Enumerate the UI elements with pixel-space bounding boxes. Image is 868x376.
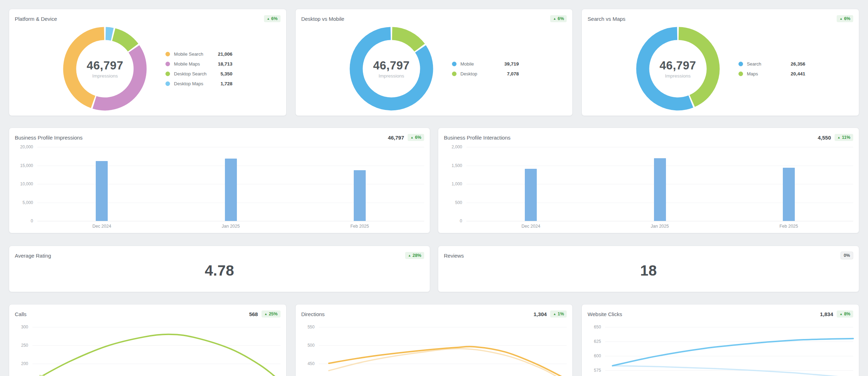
card-header: Platform & Device ▲ 6%: [15, 15, 281, 23]
bar-feb-2025: [783, 168, 795, 221]
legend-label: Desktop: [460, 71, 500, 76]
y-axis-label: 2,000: [444, 144, 462, 149]
line-series-current-period: [40, 334, 281, 376]
legend-item: Mobile39,719: [452, 61, 519, 67]
legend-value: 18,713: [217, 61, 232, 67]
card-header-right: 568 ▲ 25%: [249, 310, 281, 318]
legend-value: 26,356: [790, 61, 805, 67]
donut-segment-search: [643, 33, 691, 104]
trend-badge: ▲ 6%: [837, 15, 853, 22]
card-header: Search vs Maps ▲ 6%: [587, 15, 853, 23]
card-title: Business Profile Interactions: [444, 135, 510, 141]
trend-badge: ▲ 8%: [837, 310, 853, 318]
card-header: Calls 568 ▲ 25%: [15, 310, 281, 318]
bar-jan-2025: [225, 159, 237, 221]
desktop-vs-mobile-donut-chart: 46,797 Impressions: [349, 26, 434, 111]
x-axis-label: Feb 2025: [350, 224, 369, 229]
donut-legend: Mobile Search21,006Mobile Maps18,713Desk…: [165, 51, 232, 87]
bar-dec-2024: [96, 161, 108, 221]
line-chart-svg: [32, 327, 281, 376]
legend-dot: [738, 62, 743, 66]
x-axis-label: Dec 2024: [521, 224, 540, 229]
line-chart-svg: [319, 327, 567, 376]
card-title: Reviews: [444, 253, 464, 259]
bar-chart-row: Business Profile Impressions 46,797 ▲ 6%…: [9, 128, 859, 233]
donut-legend: Mobile39,719Desktop7,078: [452, 61, 519, 77]
legend-value: 7,078: [504, 71, 519, 76]
badge-percent: 11%: [842, 135, 850, 140]
card-title: Business Profile Impressions: [15, 135, 83, 141]
trend-badge: ▲ 1%: [550, 310, 567, 318]
up-arrow-icon: ▲: [553, 17, 556, 20]
y-axis-label: 300: [15, 325, 28, 329]
badge-percent: 8%: [844, 312, 850, 316]
y-axis-label: 200: [15, 361, 28, 366]
y-axis-label: 600: [587, 353, 601, 358]
card-header-right: 1,304 ▲ 1%: [534, 310, 567, 318]
card-title: Platform & Device: [15, 16, 57, 22]
card-header: Business Profile Interactions 4,550 ▲ 11…: [444, 134, 853, 141]
y-axis-label: 650: [587, 325, 601, 329]
trend-badge: ▲ 6%: [264, 15, 281, 22]
legend-item: Desktop Search5,350: [165, 70, 232, 77]
card-header: Website Clicks 1,834 ▲ 8%: [587, 310, 853, 318]
card-title: Average Rating: [15, 253, 51, 259]
legend-dot: [738, 72, 743, 76]
calls-card: Calls 568 ▲ 25% 300250200: [9, 304, 287, 376]
up-arrow-icon: ▲: [837, 136, 841, 139]
gridline: [37, 221, 424, 221]
donut-row: Platform & Device ▲ 6% 46,797 Impression…: [9, 9, 859, 116]
card-title: Directions: [301, 311, 325, 317]
legend-value: 5,350: [217, 71, 232, 76]
up-arrow-icon: ▲: [410, 136, 414, 139]
legend-label: Search: [747, 61, 786, 67]
impressions-card: Business Profile Impressions 46,797 ▲ 6%…: [9, 128, 430, 233]
average-rating-card: Average Rating ▲ 28% 4.78: [9, 246, 430, 292]
legend-label: Mobile: [460, 61, 500, 67]
metric-value: 46,797: [388, 135, 404, 141]
card-header: Average Rating ▲ 28%: [15, 252, 424, 259]
trend-badge: ▲ 28%: [405, 252, 424, 259]
up-arrow-icon: ▲: [553, 313, 556, 316]
y-axis-label: 500: [301, 343, 315, 348]
x-axis-label: Jan 2025: [222, 224, 240, 229]
metric-value: 4,550: [818, 135, 831, 141]
y-axis-label: 15,000: [15, 163, 33, 168]
x-axis-label: Dec 2024: [92, 224, 111, 229]
y-axis-label: 1,500: [444, 163, 462, 168]
card-title: Search vs Maps: [587, 16, 625, 22]
line-chart-row: Calls 568 ▲ 25% 300250200 Directions 1,3…: [9, 304, 859, 376]
legend-label: Desktop Maps: [174, 81, 213, 86]
metric-value: 1,304: [534, 311, 547, 317]
card-header-right: 4,550 ▲ 11%: [818, 134, 853, 141]
up-arrow-icon: ▲: [264, 313, 268, 316]
card-header: Reviews 0%: [444, 252, 853, 259]
impressions-bar-chart: 20,00015,00010,0005,0000Dec 2024Jan 2025…: [15, 147, 424, 233]
badge-percent: 25%: [269, 312, 278, 316]
bar-dec-2024: [525, 169, 537, 221]
legend-dot: [452, 62, 457, 66]
directions-card: Directions 1,304 ▲ 1% 550500450: [295, 304, 573, 376]
badge-percent: 6%: [415, 135, 421, 140]
interactions-card: Business Profile Interactions 4,550 ▲ 11…: [438, 128, 859, 233]
reviews-card: Reviews 0% 18: [438, 246, 859, 292]
card-header: Business Profile Impressions 46,797 ▲ 6%: [15, 134, 424, 141]
trend-badge: ▲ 6%: [408, 134, 424, 141]
y-axis-label: 5,000: [15, 200, 33, 205]
legend-dot: [165, 81, 170, 86]
badge-percent: 28%: [413, 253, 421, 258]
y-axis-label: 450: [301, 361, 315, 366]
legend-dot: [452, 72, 457, 76]
legend-item: Mobile Search21,006: [165, 51, 232, 57]
trend-badge: ▲ 25%: [262, 310, 281, 318]
search-vs-maps-donut-chart: 46,797 Impressions: [636, 26, 720, 111]
donut-segment-desktop-search: [114, 35, 133, 48]
legend-value: 21,006: [217, 51, 232, 57]
trend-badge: ▲ 11%: [835, 134, 853, 141]
donut-segment-desktop: [392, 33, 420, 48]
platform-device-donut-chart: 46,797 Impressions: [63, 26, 147, 111]
y-axis-label: 500: [444, 200, 462, 205]
card-title: Calls: [15, 311, 26, 317]
metric-value: 568: [249, 311, 258, 317]
legend-value: 39,719: [504, 61, 519, 67]
